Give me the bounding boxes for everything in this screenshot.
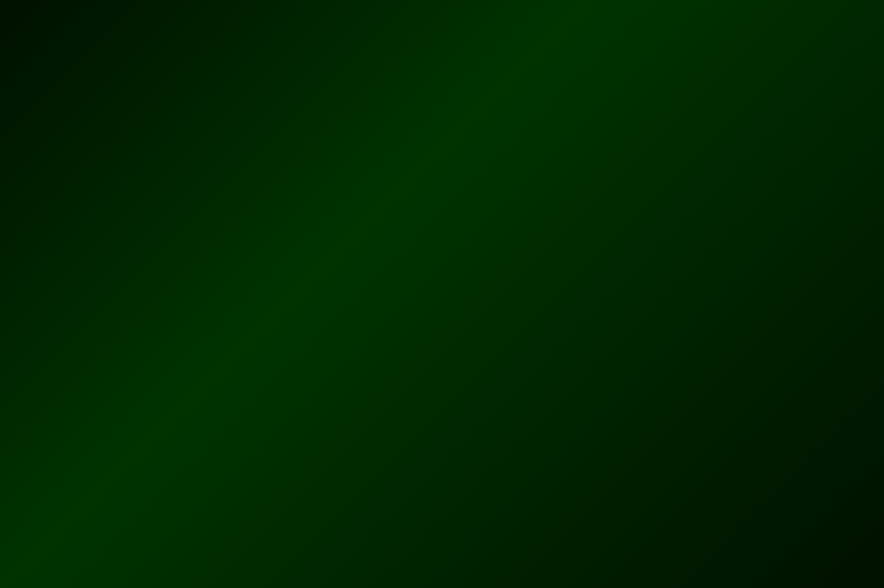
right-column: Plane9 v2.4 🕐 Watch later See the scenes…: [457, 99, 870, 526]
main-content: Plane9 is a 3d visualizer where you neve…: [0, 85, 884, 540]
top-scene-green2[interactable]: [771, 442, 871, 504]
green2-bg: [0, 0, 884, 540]
top-scenes-row-2: [464, 442, 870, 504]
